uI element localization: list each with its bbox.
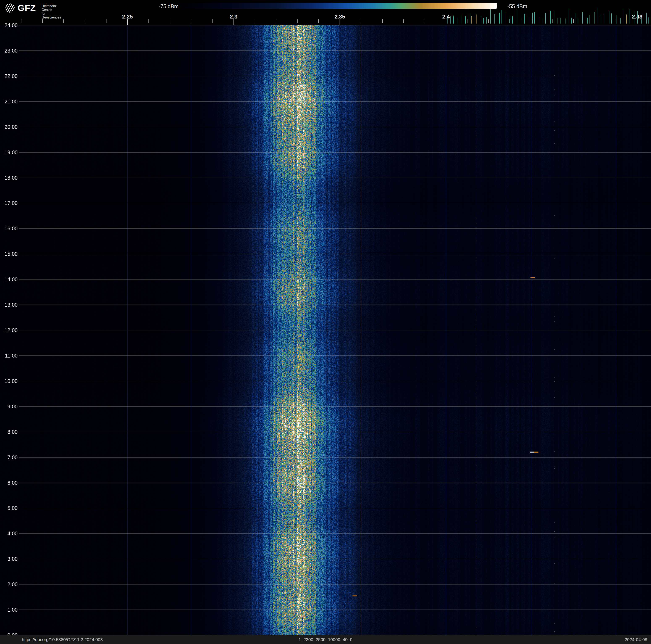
time-tick-label: 5:00 [0, 505, 18, 511]
time-tick-label: 22:00 [0, 73, 18, 79]
channel-marker-tick [465, 16, 466, 24]
hour-gridline [19, 330, 651, 330]
colorbar-min-label: -75 dBm [152, 3, 179, 9]
time-tick-label: 20:00 [0, 124, 18, 130]
freq-gridline [191, 25, 191, 635]
freq-minor-tick [467, 19, 467, 23]
time-tick-label: 18:00 [0, 175, 18, 181]
time-tick-label: 2:00 [0, 581, 18, 587]
channel-marker-tick [578, 18, 578, 24]
hour-gridline [19, 457, 651, 458]
freq-minor-tick [446, 19, 446, 23]
hour-gridline [19, 381, 651, 381]
hour-gridline [19, 432, 651, 432]
channel-marker-tick [529, 17, 529, 24]
channel-marker-tick [486, 17, 487, 24]
freq-minor-tick [425, 19, 425, 23]
channel-marker-tick [589, 15, 589, 24]
channel-marker-tick [510, 16, 510, 24]
freq-minor-tick [531, 19, 531, 23]
channel-marker-tick [617, 16, 617, 24]
channel-marker-tick [620, 18, 621, 24]
channel-marker-tick [569, 8, 569, 24]
hour-gridline [19, 406, 651, 407]
colorbar-max-label: -55 dBm [507, 3, 527, 9]
time-tick-label: 21:00 [0, 98, 18, 105]
hour-gridline [19, 178, 651, 178]
freq-minor-tick [340, 19, 340, 23]
channel-marker-tick [550, 11, 551, 24]
hour-gridline [19, 228, 651, 229]
freq-gridline [616, 25, 616, 635]
hour-gridline [19, 254, 651, 254]
channel-marker-tick [594, 12, 595, 24]
freq-minor-tick [552, 19, 553, 23]
hour-gridline [19, 304, 651, 305]
channel-marker-tick [611, 13, 612, 24]
freq-minor-tick [170, 19, 170, 23]
channel-marker-tick [598, 8, 598, 24]
freq-gridline [361, 25, 361, 635]
freq-tick-label: 2.35 [335, 13, 345, 20]
channel-marker-tick [575, 13, 576, 24]
hour-gridline [19, 559, 651, 559]
hour-gridline [19, 25, 651, 25]
doi-link[interactable]: https://doi.org/10.5880/GFZ.1.2.2024.003 [22, 637, 103, 642]
freq-gridline [531, 25, 531, 635]
colorbar-gradient [182, 3, 497, 9]
freq-minor-tick [42, 19, 43, 23]
hour-gridline [19, 203, 651, 203]
hour-gridline [19, 533, 651, 534]
freq-minor-tick [255, 19, 255, 23]
hour-gridline [19, 584, 651, 585]
channel-marker-tick [623, 9, 623, 24]
channel-marker-tick [484, 18, 484, 24]
time-tick-label: 3:00 [0, 556, 18, 562]
channel-marker-tick [532, 12, 533, 24]
channel-marker-tick [501, 10, 501, 24]
channel-marker-tick [542, 19, 543, 24]
channel-marker-tick [513, 16, 513, 24]
channel-marker-tick [494, 14, 495, 24]
channel-marker-tick [629, 9, 630, 24]
channel-marker-tick [587, 18, 588, 24]
freq-gridline [127, 25, 128, 635]
freq-minor-tick [403, 19, 404, 23]
channel-marker-tick [634, 11, 635, 24]
hour-gridline [19, 51, 651, 51]
channel-marker-tick [582, 12, 583, 24]
freq-minor-tick [616, 19, 616, 23]
freq-minor-tick [234, 19, 234, 23]
channel-marker-tick [453, 16, 454, 24]
time-tick-label: 24:00 [0, 22, 18, 28]
time-tick-label: 17:00 [0, 200, 18, 206]
gfz-globe-icon [5, 3, 15, 12]
time-tick-label: 14:00 [0, 276, 18, 283]
time-tick-label: 12:00 [0, 327, 18, 333]
freq-minor-tick [488, 19, 489, 23]
freq-minor-tick [212, 19, 213, 23]
logo-subtitle-line2: for Geosciences [41, 12, 61, 19]
logo-subtitle: Helmholtz Centre for Geosciences [41, 4, 61, 19]
time-tick-label: 9:00 [0, 404, 18, 410]
hour-gridline [19, 610, 651, 610]
logo-subtitle-line1: Helmholtz Centre [41, 4, 61, 12]
logo-org-name: GFZ [18, 3, 36, 13]
hour-gridline [19, 101, 651, 102]
channel-marker-tick [490, 9, 491, 24]
channel-marker-tick [609, 11, 610, 24]
channel-marker-tick [649, 18, 649, 24]
freq-minor-tick [127, 19, 128, 23]
channel-marker-tick [505, 12, 505, 24]
time-tick-label: 15:00 [0, 251, 18, 257]
channel-marker-tick [546, 13, 546, 24]
channel-marker-tick [517, 10, 517, 24]
channel-marker-tick [565, 19, 566, 24]
freq-minor-tick [63, 19, 64, 23]
channel-marker-tick [604, 14, 604, 24]
footer-bar: https://doi.org/10.5880/GFZ.1.2.2024.003… [0, 635, 651, 644]
time-tick-label: 7:00 [0, 455, 18, 461]
time-tick-label: 19:00 [0, 149, 18, 155]
channel-marker-tick [637, 11, 638, 24]
hour-gridline [19, 279, 651, 280]
